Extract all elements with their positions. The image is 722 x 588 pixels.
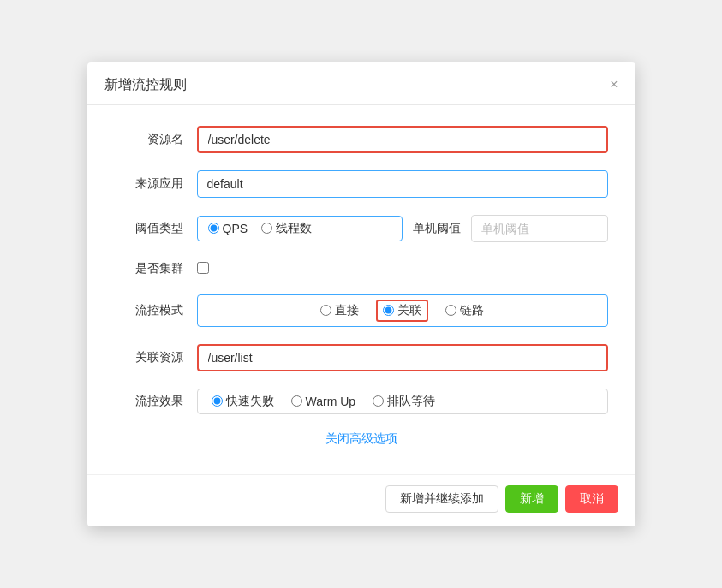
- is-cluster-control: [197, 262, 608, 274]
- cancel-button[interactable]: 取消: [565, 485, 618, 513]
- resource-name-input[interactable]: [197, 126, 608, 153]
- threshold-type-label: 阈值类型: [115, 219, 183, 237]
- radio-direct[interactable]: 直接: [320, 303, 359, 318]
- radio-associated[interactable]: 关联: [383, 303, 421, 318]
- flow-mode-label: 流控模式: [115, 301, 183, 319]
- radio-queue[interactable]: 排队等待: [373, 394, 435, 409]
- threshold-type-group: QPS 线程数: [197, 216, 403, 241]
- add-button[interactable]: 新增: [505, 485, 558, 513]
- radio-threads-input[interactable]: [261, 223, 272, 234]
- source-app-input[interactable]: [197, 170, 608, 198]
- radio-fast-fail-input[interactable]: [212, 395, 223, 407]
- threshold-type-control: QPS 线程数 单机阈值: [197, 215, 608, 242]
- is-cluster-row: 是否集群: [115, 259, 608, 277]
- radio-fast-fail-label: 快速失败: [226, 394, 274, 409]
- radio-warmup[interactable]: Warm Up: [291, 395, 356, 408]
- flow-effect-row: 流控效果 快速失败 Warm Up 排队等待: [115, 389, 608, 414]
- radio-chain[interactable]: 链路: [445, 303, 484, 318]
- flow-effect-control: 快速失败 Warm Up 排队等待: [197, 389, 608, 414]
- resource-name-control: [197, 126, 608, 153]
- radio-queue-label: 排队等待: [387, 394, 435, 409]
- flow-mode-group: 直接 关联 链路: [197, 294, 608, 327]
- add-continue-button[interactable]: 新增并继续添加: [385, 485, 498, 513]
- flow-effect-group: 快速失败 Warm Up 排队等待: [197, 389, 608, 414]
- radio-chain-input[interactable]: [445, 305, 456, 316]
- radio-warmup-input[interactable]: [291, 395, 302, 407]
- radio-associated-label: 关联: [397, 303, 421, 318]
- related-resource-label: 关联资源: [115, 348, 183, 366]
- close-advanced-section: 关闭高级选项: [115, 431, 608, 447]
- dialog-header: 新增流控规则 ×: [87, 62, 635, 105]
- radio-qps-input[interactable]: [208, 223, 219, 234]
- is-cluster-checkbox-group: [197, 262, 608, 274]
- resource-name-row: 资源名: [115, 126, 608, 153]
- radio-qps-label: QPS: [223, 222, 248, 235]
- close-icon[interactable]: ×: [610, 78, 618, 92]
- radio-warmup-label: Warm Up: [306, 395, 356, 408]
- dialog-footer: 新增并继续添加 新增 取消: [87, 474, 635, 526]
- dialog-body: 资源名 来源应用 阈值类型 QPS: [87, 105, 635, 474]
- radio-threads-label: 线程数: [276, 221, 312, 236]
- flow-effect-label: 流控效果: [115, 392, 183, 410]
- radio-direct-label: 直接: [335, 303, 359, 318]
- dialog-title: 新增流控规则: [104, 76, 187, 94]
- radio-qps[interactable]: QPS: [208, 222, 248, 235]
- radio-direct-input[interactable]: [320, 305, 331, 316]
- resource-name-label: 资源名: [115, 130, 183, 148]
- radio-threads[interactable]: 线程数: [261, 221, 312, 236]
- source-app-label: 来源应用: [115, 175, 183, 193]
- dialog: 新增流控规则 × 资源名 来源应用 阈值类型: [87, 62, 635, 526]
- flow-mode-row: 流控模式 直接 关联 链路: [115, 294, 608, 327]
- related-resource-control: [197, 344, 608, 371]
- source-app-row: 来源应用: [115, 170, 608, 198]
- flow-mode-control: 直接 关联 链路: [197, 294, 608, 327]
- source-app-control: [197, 170, 608, 198]
- threshold-type-row: 阈值类型 QPS 线程数 单机阈值: [115, 215, 608, 242]
- radio-fast-fail[interactable]: 快速失败: [212, 394, 274, 409]
- related-resource-input[interactable]: [197, 344, 608, 371]
- close-advanced-link[interactable]: 关闭高级选项: [325, 431, 397, 445]
- radio-associated-input[interactable]: [383, 305, 394, 316]
- radio-queue-input[interactable]: [373, 395, 384, 407]
- related-resource-row: 关联资源: [115, 344, 608, 371]
- is-cluster-checkbox[interactable]: [197, 262, 209, 274]
- radio-associated-box: 关联: [376, 300, 428, 322]
- is-cluster-label: 是否集群: [115, 259, 183, 277]
- single-threshold-label: 单机阈值: [413, 221, 461, 236]
- single-threshold-input[interactable]: [471, 215, 608, 242]
- radio-chain-label: 链路: [460, 303, 484, 318]
